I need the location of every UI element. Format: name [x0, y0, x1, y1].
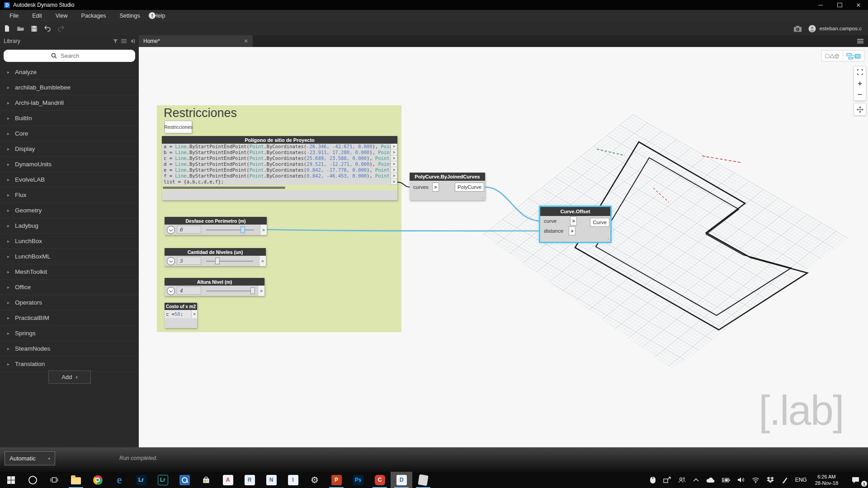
onedrive-cloud-icon[interactable] [703, 472, 718, 488]
project-display-icon[interactable] [660, 472, 675, 488]
node-title[interactable]: PolyCurve.ByJoinedCurves [410, 173, 485, 181]
input-port-icon[interactable]: > [570, 216, 577, 225]
open-file-button[interactable] [14, 23, 27, 34]
start-button[interactable] [0, 472, 22, 488]
library-category[interactable]: ▸ Operators [0, 295, 139, 310]
output-port-icon[interactable]: > [391, 179, 397, 185]
library-category[interactable]: ▸ Flux [0, 188, 139, 203]
cost-block-title[interactable]: Costo uf x m2 [165, 303, 197, 310]
dropbox-icon[interactable] [763, 472, 778, 488]
file-explorer-button[interactable] [65, 472, 87, 488]
output-port[interactable]: PolyCurve [455, 183, 484, 192]
slider-title[interactable]: Altura Nivel (m) [165, 278, 264, 286]
add-package-button[interactable]: Add ▾ [48, 371, 91, 384]
output-port-icon[interactable]: > [191, 310, 197, 318]
menu-item[interactable]: View [49, 13, 75, 19]
menu-item[interactable]: Settings [113, 13, 146, 19]
powerpoint-button[interactable]: P [326, 472, 347, 488]
search-input[interactable] [60, 52, 88, 60]
code-block-body[interactable]: a = Line.ByStartPointEndPoint(Point.ByCo… [162, 144, 391, 185]
menu-item[interactable]: Packages [75, 13, 113, 19]
collapse-panel-icon[interactable] [130, 39, 135, 43]
language-indicator[interactable]: ENG [792, 472, 811, 488]
graph-view-button[interactable] [843, 51, 864, 61]
input-port-icon[interactable]: > [432, 183, 439, 192]
library-category[interactable]: ▸ SteamNodes [0, 341, 139, 357]
maximize-button[interactable] [830, 0, 849, 10]
output-port-icon[interactable]: > [391, 155, 397, 161]
volume-icon[interactable] [734, 472, 748, 488]
number-slider-node[interactable]: Cantidad de Niveles (un) 5 > [165, 248, 266, 266]
tray-expand-chevron-icon[interactable] [689, 472, 703, 488]
library-category[interactable]: ▸ Translation [0, 357, 139, 372]
slider-expand-chevron-icon[interactable] [167, 226, 175, 234]
zoom-out-button[interactable]: − [854, 89, 866, 100]
library-category[interactable]: ▸ Core [0, 126, 139, 141]
close-button[interactable]: ✕ [849, 0, 868, 10]
slider-track[interactable] [206, 291, 252, 291]
windows-ink-pen-icon[interactable] [778, 472, 792, 488]
library-category[interactable]: ▸ Analyze [0, 65, 139, 80]
app-a-button[interactable]: A [217, 472, 239, 488]
notes-app-button[interactable] [412, 472, 434, 488]
library-category[interactable]: ▸ PracticalBIM [0, 310, 139, 326]
redo-button[interactable] [54, 23, 68, 34]
library-category[interactable]: ▸ LunchBox [0, 234, 139, 249]
output-port-icon[interactable]: > [260, 225, 267, 235]
slider-thumb[interactable] [250, 287, 255, 294]
library-category[interactable]: ▸ DynamoUnits [0, 157, 139, 172]
menu-item[interactable]: Edit [25, 13, 49, 19]
camtasia-button[interactable]: C [369, 472, 391, 488]
filter-icon[interactable] [113, 39, 118, 44]
workspace-menu-icon[interactable] [857, 39, 863, 43]
slider-value-field[interactable]: 4 [177, 286, 201, 295]
output-port-icon[interactable]: > [391, 150, 397, 155]
library-category[interactable]: ▸ Office [0, 280, 139, 295]
settings-button[interactable]: ⚙ [304, 472, 326, 488]
output-port[interactable]: Curve [590, 218, 609, 227]
library-category[interactable]: ▸ LunchBoxML [0, 249, 139, 264]
microsoft-store-button[interactable] [195, 472, 217, 488]
output-port-icon[interactable]: > [259, 256, 266, 266]
node-title[interactable]: Curve.Offset [540, 207, 610, 216]
output-port-icon[interactable]: > [391, 167, 397, 173]
slider-track[interactable] [206, 261, 253, 262]
slider-thumb[interactable] [215, 258, 220, 264]
number-slider-node[interactable]: Altura Nivel (m) 4 > [165, 278, 264, 296]
slider-value-field[interactable]: 6 [177, 225, 201, 234]
geometry-view-button[interactable] [822, 51, 843, 61]
people-icon[interactable] [675, 472, 689, 488]
export-image-camera-icon[interactable] [793, 25, 802, 32]
code-block-hscrollbar[interactable] [163, 187, 285, 189]
save-button[interactable] [27, 23, 41, 34]
battery-icon[interactable] [718, 472, 734, 488]
search-bar[interactable] [4, 50, 135, 62]
polycurve-byjoinedcurves-node[interactable]: PolyCurve.ByJoinedCurves curves > PolyCu… [410, 173, 485, 200]
cortana-button[interactable] [22, 472, 43, 488]
library-category[interactable]: ▸ Ladybug [0, 218, 139, 234]
mouse-settings-icon[interactable] [646, 472, 660, 488]
curve-offset-node[interactable]: Curve.Offset curve > distance > Curve i [540, 207, 610, 242]
lightroom-button[interactable]: Lr [130, 472, 152, 488]
app-n-button[interactable]: N [260, 472, 282, 488]
code-block-title[interactable]: Polígono de sitio de Proyecto [162, 136, 397, 144]
slider-track[interactable] [206, 230, 254, 230]
slider-expand-chevron-icon[interactable] [167, 287, 175, 295]
minimize-button[interactable] [811, 0, 830, 10]
new-file-button[interactable] [0, 23, 14, 34]
library-category[interactable]: ▸ EvolveLAB [0, 172, 139, 188]
undo-button[interactable] [41, 23, 54, 34]
fit-to-screen-button[interactable] [854, 66, 866, 78]
output-port-icon[interactable]: > [391, 144, 397, 150]
photoshop-button[interactable]: Ps [347, 472, 369, 488]
library-category[interactable]: ▸ Geometry [0, 203, 139, 218]
custom-node-restricciones[interactable]: Restricciones [165, 121, 192, 133]
tab-close-icon[interactable]: ✕ [244, 38, 248, 44]
slider-value-field[interactable]: 5 [177, 257, 201, 265]
edge-button[interactable]: e [108, 472, 130, 488]
list-view-icon[interactable] [121, 39, 127, 43]
library-category[interactable]: ▸ Springs [0, 326, 139, 341]
slider-title[interactable]: Desfase con Perímetro (m) [165, 217, 267, 225]
notifications-alert-icon[interactable]: ! [149, 12, 156, 19]
user-account[interactable]: esteban.campos.c [808, 25, 862, 33]
